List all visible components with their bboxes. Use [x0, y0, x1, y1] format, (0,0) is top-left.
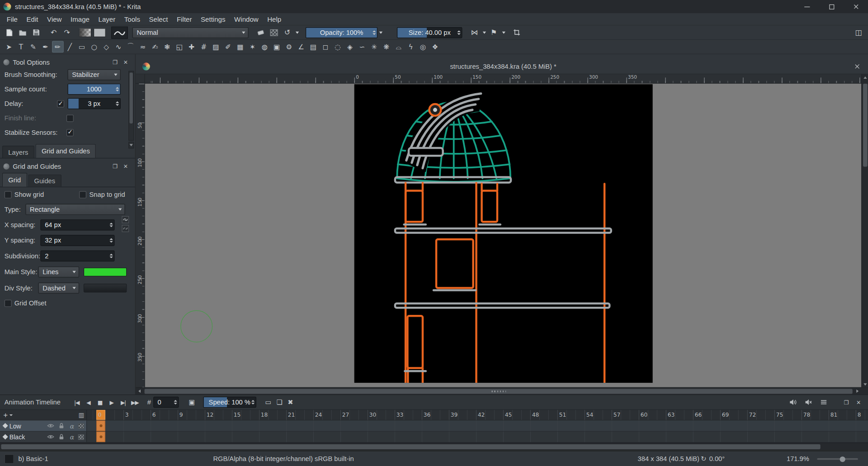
gradient-tool-icon[interactable]: ▨	[210, 41, 222, 53]
brush-smoothing-dropdown[interactable]: Stabilizer	[67, 69, 121, 80]
edit-shapes-tool-icon[interactable]: ✎	[28, 41, 39, 53]
reload-preset-button[interactable]: ↺	[281, 26, 294, 38]
move-tool-icon[interactable]: ✚	[186, 41, 198, 53]
layer-onion-skin-icon[interactable]	[78, 423, 84, 428]
brush-editor-button[interactable]	[111, 26, 128, 38]
pattern-chooser[interactable]	[94, 28, 106, 37]
menu-image[interactable]: Image	[66, 14, 94, 24]
tab-guides[interactable]: Guides	[28, 175, 61, 187]
link-spacing-icon[interactable]	[122, 216, 129, 223]
scroll-down-arrow[interactable]	[862, 381, 868, 387]
pan-tool-icon[interactable]: ❖	[429, 41, 441, 53]
reference-images-tool-icon[interactable]: ▤	[307, 41, 319, 53]
scrollbar-down-arrow[interactable]	[128, 142, 134, 148]
rectangle-tool-icon[interactable]: ▭	[76, 41, 88, 53]
stabilize-sensors-checkbox[interactable]	[66, 129, 74, 136]
timeline-scroll-thumb[interactable]	[1, 444, 820, 449]
similar-select-tool-icon[interactable]: ❋	[381, 41, 392, 53]
show-grid-checkbox[interactable]	[5, 191, 12, 198]
timeline-layer-frames[interactable]	[87, 432, 868, 442]
close-button[interactable]	[844, 0, 868, 13]
wrap-around-button[interactable]	[510, 26, 523, 38]
menu-view[interactable]: View	[42, 14, 66, 24]
div-style-dropdown[interactable]: Dashed	[38, 282, 79, 293]
snap-to-grid-checkbox[interactable]	[79, 191, 86, 198]
rect-select-tool-icon[interactable]: ◻	[320, 41, 331, 53]
new-document-button[interactable]	[3, 26, 16, 38]
magnetic-select-tool-icon[interactable]: ϟ	[405, 41, 417, 53]
minimize-button[interactable]	[795, 0, 819, 13]
freehand-select-tool-icon[interactable]: ∽	[356, 41, 368, 53]
timeline-layer-header[interactable]: Blackα	[0, 432, 87, 442]
undo-button[interactable]: ↶	[47, 26, 60, 38]
main-style-dropdown[interactable]: Lines	[38, 266, 79, 277]
stop-button[interactable]: ■	[94, 397, 106, 408]
close-docker-icon[interactable]: ✕	[122, 58, 129, 66]
menu-select[interactable]: Select	[145, 14, 172, 24]
play-button[interactable]: ▶	[106, 397, 118, 408]
x-spacing-spinbox[interactable]: 64 px	[40, 219, 114, 230]
sample-count-slider[interactable]: 1000	[67, 84, 121, 95]
add-blank-frame-button[interactable]: ▭	[263, 397, 274, 408]
transform-tool-icon[interactable]: ◱	[174, 41, 185, 53]
subdivision-spinbox[interactable]: 2	[40, 250, 114, 261]
brush-preset-thumbnail[interactable]	[5, 454, 14, 463]
timeline-layer-row[interactable]: Lowα	[0, 420, 868, 431]
grid-offset-checkbox[interactable]	[5, 300, 12, 307]
smart-patch-tool-icon[interactable]: ✶	[247, 41, 259, 53]
ellipse-select-tool-icon[interactable]: ◌	[332, 41, 344, 53]
zoom-tool-icon[interactable]: ◎	[417, 41, 429, 53]
eraser-mode-button[interactable]	[254, 26, 267, 38]
maximize-button[interactable]	[819, 0, 844, 13]
contiguous-select-tool-icon[interactable]: ✳	[368, 41, 380, 53]
freehand-path-tool-icon[interactable]: ≈	[137, 41, 149, 53]
timeline-layer-frames[interactable]	[87, 420, 868, 431]
freehand-brush-tool-icon[interactable]: ✏	[52, 41, 63, 53]
sample-count-spinner[interactable]	[116, 84, 119, 94]
pattern-fill-tool-icon[interactable]: ▦	[235, 41, 246, 53]
onion-skin-button[interactable]: ▣	[186, 397, 197, 408]
menu-filter[interactable]: Filter	[172, 14, 196, 24]
grid-type-dropdown[interactable]: Rectangle	[25, 204, 125, 215]
scroll-up-arrow[interactable]	[862, 74, 868, 80]
finish-line-checkbox[interactable]	[66, 114, 74, 122]
menu-tools[interactable]: Tools	[120, 14, 145, 24]
text-tool-icon[interactable]: T	[15, 41, 27, 53]
crop-tool-icon[interactable]: #	[198, 41, 210, 53]
mirror-vertical-button[interactable]: ⚑	[487, 26, 500, 38]
ellipse-tool-icon[interactable]: ○	[88, 41, 100, 53]
previous-frame-button[interactable]: ◀	[82, 397, 94, 408]
delay-spinner[interactable]	[116, 99, 119, 109]
mirror-horizontal-dropdown[interactable]	[481, 26, 487, 38]
y-spacing-spinner[interactable]	[109, 235, 113, 245]
skip-to-start-button[interactable]: |◀	[71, 397, 83, 408]
timeline-layer-row[interactable]: Blackα	[0, 432, 868, 442]
keyframe-cell[interactable]	[96, 420, 105, 431]
timeline-scrollbar[interactable]	[0, 442, 868, 450]
current-frame-spinbox[interactable]: 0	[153, 397, 179, 408]
layer-onion-skin-icon[interactable]	[78, 434, 84, 439]
tab-grid[interactable]: Grid	[2, 173, 27, 187]
bezier-curve-tool-icon[interactable]: ⌒	[125, 41, 137, 53]
polygon-tool-icon[interactable]: ◇	[100, 41, 112, 53]
vertical-scroll-thumb[interactable]	[863, 84, 867, 167]
canvas-document[interactable]	[354, 84, 653, 383]
shape-select-tool-icon[interactable]: ➤	[3, 41, 15, 53]
layer-alpha-icon[interactable]: α	[67, 433, 75, 441]
gradient-chooser[interactable]	[79, 28, 91, 37]
opacity-dropdown[interactable]	[377, 26, 383, 38]
status-rotation-group[interactable]: ↻0.00°	[701, 452, 725, 466]
document-close-button[interactable]	[853, 63, 862, 69]
frame-ruler-track[interactable]: 0369121518212427303336394245485154576063…	[87, 410, 868, 420]
frame-spinner[interactable]	[174, 397, 177, 407]
playback-speed-slider[interactable]: Speed: 100 %	[203, 397, 256, 408]
next-frame-button[interactable]: ▶|	[118, 397, 129, 408]
polygon-select-tool-icon[interactable]: ◈	[344, 41, 356, 53]
scroll-right-arrow[interactable]	[854, 388, 861, 395]
assistants-tool-icon[interactable]: ⚙	[283, 41, 295, 53]
unlink-spacing-icon[interactable]	[122, 225, 129, 232]
close-docker-icon[interactable]: ✕	[122, 162, 129, 170]
open-document-button[interactable]	[16, 26, 29, 38]
size-spinner[interactable]	[457, 28, 460, 38]
horizontal-scroll-thumb[interactable]	[145, 389, 853, 394]
